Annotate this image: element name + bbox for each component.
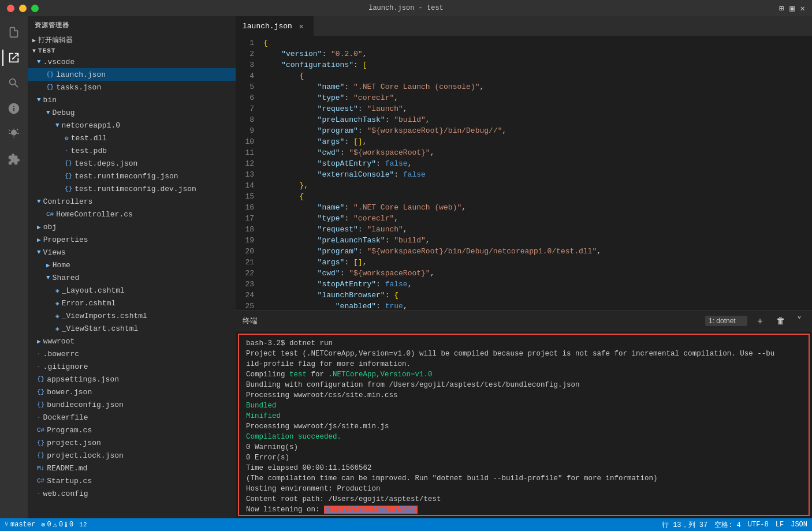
tree-item-test-dll[interactable]: ⚙test.dll [28,132,236,144]
brace-token: }, [299,181,308,190]
tree-item-appsettings[interactable]: {}appsettings.json [28,373,236,386]
tree-item-shared[interactable]: ▼Shared [28,271,236,284]
tree-item-layout[interactable]: ◈_Layout.cshtml [28,284,236,297]
terminal-green-text: .NETCoreApp,Version=v1.0 [329,371,433,379]
tree-item-vscode[interactable]: ▼.vscode [28,55,236,68]
terminal-add-button[interactable]: ＋ [752,314,768,328]
activity-files[interactable] [2,21,25,44]
tree-item-error[interactable]: ◈Error.cshtml [28,297,236,309]
plain-token: : [394,170,403,179]
tree-item-viewstart[interactable]: ◈_ViewStart.cshtml [28,322,236,335]
code-line: { [263,38,812,48]
encoding-text: UTF-8 [748,521,769,529]
tree-item-bowerrc[interactable]: ·.bowerrc [28,347,236,360]
activity-search[interactable] [2,72,25,95]
plain-token: : [376,302,385,311]
tree-item-dockerfile[interactable]: ·Dockerfile [28,411,236,424]
brace-token: { [263,39,268,47]
status-encoding[interactable]: UTF-8 [748,521,769,529]
terminal-line: 0 Warning(s) [246,442,802,453]
activity-extensions[interactable] [2,148,25,171]
tree-item-netcoreapp[interactable]: ▼netcoreapp1.0 [28,119,236,132]
terminal-selector[interactable]: 1: dotnet [705,316,747,326]
tree-item-test-runtimeconfig-dev[interactable]: {}test.runtimeconfig.dev.json [28,182,236,195]
tree-item-controllers[interactable]: ▼Controllers [28,195,236,208]
tree-item-home[interactable]: ▶Home [28,259,236,271]
plain-token: : [353,61,363,69]
terminal-output[interactable]: bash-3.2$ dotnet runProject test (.NETCo… [238,334,810,516]
plain-token: , [426,236,430,245]
tree-item-debug[interactable]: ▼Debug [28,106,236,119]
tree-item-viewimports[interactable]: ◈_ViewImports.cshtml [28,309,236,322]
close-panel-icon[interactable]: ✕ [800,3,805,13]
terminal-link[interactable]: http://localhost:5000 [324,506,418,514]
tree-item-webconfig[interactable]: ·web.config [28,487,236,500]
line-number: 10 [240,136,254,147]
status-language[interactable]: JSON [791,521,807,529]
tree-item-test-pdb[interactable]: ·test.pdb [28,144,236,157]
tree-item-obj[interactable]: ▶obj [28,220,236,233]
tree-item-readme[interactable]: M↓README.md [28,462,236,474]
tab-bar: launch.json ✕ [236,16,812,36]
file-txt-icon: · [37,414,41,421]
bracket-token: [] [353,137,363,146]
project-section[interactable]: ▼ TEST [28,46,236,55]
maximize-button[interactable] [31,5,39,12]
plain-token: , [597,247,601,256]
close-button[interactable] [7,5,14,12]
open-editors-section[interactable]: ▶ 打开编辑器 [28,34,236,46]
tree-item-views[interactable]: ▼Views [28,246,236,259]
tree-item-bower[interactable]: {}bower.json [28,386,236,398]
tree-item-label: .bowerrc [43,350,79,358]
tree-item-homecontroller[interactable]: C#HomeController.cs [28,208,236,220]
string-token: "${workspaceRoot}/bin/Debug//" [367,126,502,135]
plain-token: : [376,159,385,168]
tree-item-gitignore[interactable]: ·.gitignore [28,360,236,373]
tree-item-test-runtimeconfig[interactable]: {}test.runtimeconfig.json [28,170,236,182]
tree-item-properties[interactable]: ▶Properties [28,233,236,246]
tree-item-launch-json[interactable]: {}launch.json [28,68,236,81]
bool-token: true [385,302,403,311]
folder-open-icon: ▼ [37,58,41,65]
tree-item-project-lock[interactable]: {}project.lock.json [28,449,236,462]
tree-item-label: Home [53,261,70,270]
tree-item-bin[interactable]: ▼bin [28,94,236,106]
status-notifications[interactable]: 12 [79,521,87,528]
tree-item-program[interactable]: C#Program.cs [28,424,236,436]
tab-launch-json[interactable]: launch.json ✕ [236,16,314,36]
tree-item-tasks-json[interactable]: {}tasks.json [28,81,236,94]
string-token: ".NET Core Launch (web)" [353,203,461,212]
status-position[interactable]: 行 13，列 37 [662,520,707,530]
tree-item-wwwroot[interactable]: ▶wwwroot [28,335,236,347]
status-errors[interactable]: ⊗ 0 ⚠ 0 ℹ 0 [41,521,73,529]
layout-icon[interactable]: ▣ [789,3,794,13]
tree-item-startup[interactable]: C#Startup.cs [28,474,236,487]
tree-item-bundleconfig[interactable]: {}bundleconfig.json [28,398,236,411]
split-editor-icon[interactable]: ⊞ [779,3,784,13]
activity-explorer[interactable] [2,46,25,69]
status-branch[interactable]: ⑂ master [5,521,35,529]
activity-git[interactable] [2,97,25,120]
plain-token: , [461,203,466,212]
terminal-trash-button[interactable]: 🗑 [773,315,789,328]
tree-item-label: test.dll [71,134,107,143]
tree-item-test-deps[interactable]: {}test.deps.json [28,157,236,170]
file-cshtml-icon: ◈ [55,325,59,332]
plain-token: , [502,126,507,135]
brace-token: { [299,72,304,80]
plain-token: , [479,83,484,91]
terminal-chevron-button[interactable]: ˅ [794,314,805,328]
terminal-tab-label[interactable]: 终端 [243,316,258,326]
status-spaces[interactable]: 空格: 4 [714,520,741,530]
status-line-ending[interactable]: LF [776,521,784,529]
minimize-button[interactable] [19,5,27,12]
tree-item-project-json[interactable]: {}project.json [28,436,236,449]
folder-open-icon: ▼ [37,96,41,103]
branch-name: master [10,521,35,529]
tab-close-button[interactable]: ✕ [297,21,306,31]
code-area[interactable]: 1234567891011121314151617181920212223242… [236,36,812,311]
line-number: 6 [240,92,254,103]
activity-debug[interactable] [2,122,25,145]
plain-token: : [344,137,353,146]
plain-token: : [385,115,394,124]
